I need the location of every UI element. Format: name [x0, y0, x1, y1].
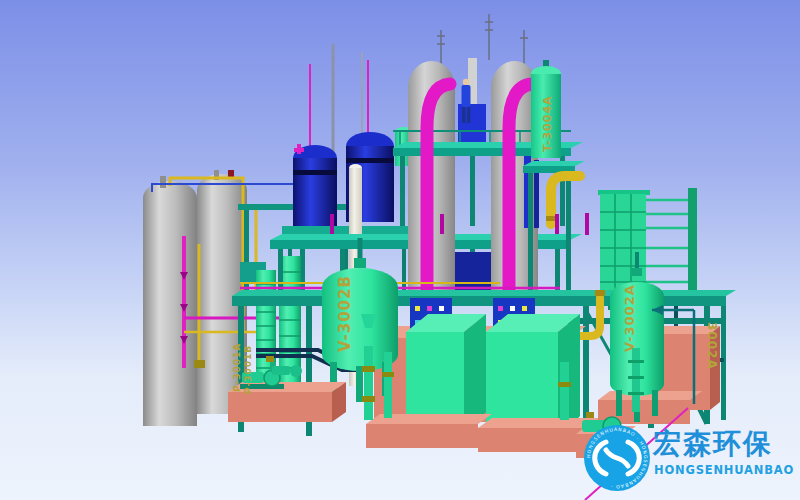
- label-annotation-right: 3002A: [705, 322, 719, 370]
- plate-hx-block: [600, 194, 646, 292]
- label-pump-a: P-3001A: [232, 343, 242, 392]
- hx-end-frame: [688, 188, 697, 296]
- plant-render-canvas: T-3004A: [0, 0, 800, 500]
- storage-tank-1: [143, 198, 197, 426]
- plant-3d-scene: T-3004A: [0, 0, 800, 500]
- pad-pumps-left: [228, 392, 332, 422]
- label-column-top: T-3004A: [541, 95, 554, 152]
- label-vessel-a: V-3002A: [622, 284, 637, 352]
- label-pump-b: P-3001B: [243, 345, 253, 394]
- pad-center-a: [366, 424, 478, 448]
- logo-english-name: HONGSENHUANBAO: [654, 463, 794, 477]
- label-vessel-b: V-3002B: [336, 275, 354, 352]
- logo-chinese-name: 宏森环保: [652, 427, 773, 460]
